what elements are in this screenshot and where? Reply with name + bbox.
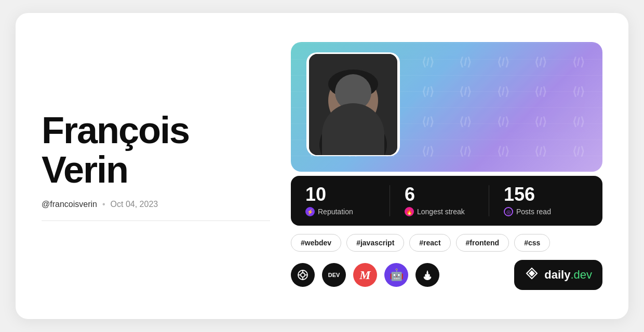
tag-react[interactable]: #react (409, 234, 450, 252)
divider (42, 220, 270, 221)
user-meta: @francoisverin • Oct 04, 2023 (42, 200, 270, 209)
user-handle: @francoisverin (42, 200, 97, 209)
tag-webdev[interactable]: #webdev (291, 234, 341, 252)
flame-icon: 🔥 (405, 207, 414, 216)
profile-banner: ⟨/⟩⟨/⟩⟨/⟩⟨/⟩⟨/⟩⟨/⟩⟨/⟩⟨/⟩ ⟨/⟩⟨/⟩⟨/⟩⟨/⟩⟨/⟩… (291, 42, 602, 172)
right-panel: ⟨/⟩⟨/⟩⟨/⟩⟨/⟩⟨/⟩⟨/⟩⟨/⟩⟨/⟩ ⟨/⟩⟨/⟩⟨/⟩⟨/⟩⟨/⟩… (291, 42, 602, 290)
reputation-label-row: ⚡ Reputation (305, 207, 390, 216)
svg-point-4 (335, 105, 371, 128)
avatar (309, 54, 397, 155)
stat-posts-read: 156 ◎ Posts read (489, 185, 588, 216)
tag-javascript[interactable]: #javascript (346, 234, 404, 252)
svg-rect-0 (309, 54, 397, 155)
svg-point-3 (328, 70, 378, 99)
stat-reputation: 10 ⚡ Reputation (305, 185, 390, 216)
reputation-label: Reputation (318, 208, 353, 216)
medium-icon[interactable]: M (353, 263, 377, 287)
svg-point-8 (301, 273, 305, 277)
avatar-wrapper (306, 52, 400, 156)
crosshair-icon[interactable] (291, 263, 315, 287)
tag-frontend[interactable]: #frontend (456, 234, 509, 252)
circle-icon: ◎ (504, 207, 513, 216)
tag-css[interactable]: #css (514, 234, 550, 252)
profile-card: François Verin @francoisverin • Oct 04, … (16, 13, 628, 319)
user-last-name: Verin (42, 149, 128, 190)
streak-label-row: 🔥 Longest streak (405, 207, 489, 216)
streak-label: Longest streak (417, 208, 465, 216)
reputation-value: 10 (305, 185, 390, 204)
dev-icon[interactable]: DEV (322, 263, 346, 287)
meta-dot: • (102, 200, 105, 209)
daily-dev-suffix: .dev (570, 268, 592, 281)
stat-streak: 6 🔥 Longest streak (390, 185, 489, 216)
daily-dev-brand: daily (544, 268, 570, 281)
svg-point-6 (338, 110, 369, 127)
daily-dev-text: daily.dev (544, 268, 592, 282)
join-date: Oct 04, 2023 (111, 200, 158, 209)
lightning-icon: ⚡ (305, 207, 315, 216)
left-panel: François Verin @francoisverin • Oct 04, … (42, 111, 291, 221)
posts-read-label-row: ◎ Posts read (504, 207, 588, 216)
user-full-name: François Verin (42, 111, 270, 189)
svg-point-5 (349, 101, 357, 111)
posts-read-value: 156 (504, 185, 588, 204)
tags-section: #webdev #javascript #react #frontend #cs… (291, 234, 602, 252)
user-first-name: François (42, 109, 189, 151)
daily-dev-logo-icon (525, 266, 539, 284)
social-row: DEV M 🤖 daily.dev (291, 260, 602, 290)
robot-icon[interactable]: 🤖 (384, 263, 408, 287)
posts-read-label: Posts read (516, 208, 551, 216)
stats-bar: 10 ⚡ Reputation 6 🔥 Longest streak 156 ◎… (291, 176, 602, 226)
streak-value: 6 (405, 185, 489, 204)
svg-point-1 (319, 116, 387, 155)
daily-dev-badge[interactable]: daily.dev (514, 260, 602, 290)
freecodecamp-icon[interactable] (415, 263, 439, 287)
